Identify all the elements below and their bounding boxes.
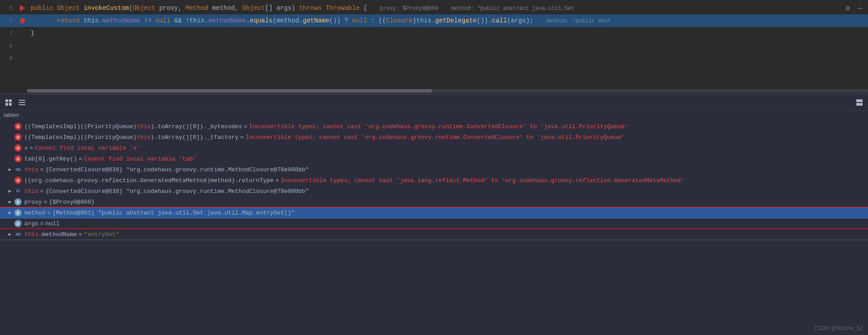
watermark: CSDN @NoOne_52 (814, 325, 863, 331)
variable-row-this-2[interactable]: ≡ this = {ConvertedClosure@838} "org.cod… (0, 186, 868, 197)
line-number-8: 8 (0, 43, 18, 49)
line-number-9: 9 (0, 55, 18, 62)
var-equals: = (30, 145, 33, 152)
code-content-6: return this.methodName != null && !this.… (27, 14, 864, 27)
oo-icon: oo (14, 231, 22, 238)
oo-icon: oo (14, 166, 22, 173)
code-line-7: 7 } (0, 27, 868, 40)
var-equals: = (275, 177, 279, 184)
expand-icon[interactable] (7, 232, 13, 237)
svg-rect-2 (5, 103, 8, 106)
var-value: {Method@861} "public abstract java.util.… (53, 210, 295, 216)
var-name: method (24, 210, 45, 216)
var-equals: = (79, 156, 82, 162)
code-content-7: } (27, 27, 864, 40)
var-name: ((TemplatesImpl)((PriorityQueue)this).to… (24, 123, 242, 130)
var-name: args (24, 220, 38, 227)
svg-rect-4 (19, 100, 25, 101)
panel-layout-button[interactable] (855, 98, 864, 107)
debug-toolbar (0, 94, 868, 111)
error-icon: ⊘ (14, 134, 22, 141)
var-equals: = (47, 210, 51, 216)
error-icon: ⊘ (14, 177, 22, 184)
var-value: Cannot find local variable 'x' (35, 145, 140, 152)
debug-panel: iables ⊘ ((TemplatesImpl)((PriorityQueue… (0, 94, 868, 335)
svg-rect-5 (19, 102, 25, 103)
var-name: this (24, 188, 38, 195)
variable-row-x[interactable]: ⊘ x = Cannot find local variable 'x' (0, 143, 868, 153)
watermark-text: CSDN @NoOne_52 (814, 325, 863, 331)
expand-icon[interactable] (7, 188, 13, 194)
var-equals: = (40, 166, 44, 173)
code-lines: 5 public Object invokeCustom(Object prox… (0, 0, 868, 67)
list-view-button[interactable] (17, 98, 27, 107)
variable-row-bytecodes[interactable]: ⊘ ((TemplatesImpl)((PriorityQueue)this).… (0, 121, 868, 132)
var-value: {ConvertedClosure@838} "org.codehaus.gro… (45, 188, 309, 195)
code-line-8: 8 (0, 40, 868, 52)
var-value: Cannot find local variable 'tab' (84, 156, 197, 162)
p-icon: p (14, 209, 22, 216)
toolbar-right (855, 98, 864, 107)
var-name: this (24, 166, 38, 173)
minimize-icon[interactable]: — (858, 4, 863, 13)
variable-row-method[interactable]: p method = {Method@861} "public abstract… (0, 207, 868, 218)
svg-rect-8 (856, 103, 863, 106)
code-line-6: 6 return this.methodName != null && !thi… (0, 14, 868, 27)
gutter-5 (18, 5, 27, 11)
var-value: {ConvertedClosure@838} "org.codehaus.gro… (45, 166, 309, 173)
svg-rect-6 (19, 104, 25, 105)
var-equals: = (244, 123, 247, 130)
variable-row-this-1[interactable]: oo this = {ConvertedClosure@838} "org.co… (0, 164, 868, 175)
error-icon: ⊘ (14, 144, 22, 152)
expand-icon[interactable] (7, 210, 13, 215)
grid-view-button[interactable] (4, 98, 13, 107)
code-editor: 5 public Object invokeCustom(Object prox… (0, 0, 868, 94)
breakpoint-arrow-icon (20, 5, 25, 11)
scrollbar-thumb[interactable] (27, 89, 432, 93)
var-value: "entrySet" (84, 231, 119, 238)
var-value: {$Proxy0@860} (49, 199, 94, 205)
var-value: Inconvertible types; cannot cast 'java.l… (281, 177, 684, 184)
p-icon: p (14, 220, 22, 227)
line-number-7: 7 (0, 30, 18, 37)
var-value: Inconvertible types; cannot cast 'org.co… (246, 134, 625, 141)
settings-icon[interactable]: ⚙ (846, 4, 850, 13)
breakpoint-icon (20, 18, 25, 23)
var-value: null (45, 220, 59, 227)
variable-row-returntype[interactable]: ⊘ ((org.codehaus.groovy.reflection.Gener… (0, 175, 868, 186)
error-icon: ⊘ (14, 155, 22, 162)
expand-icon[interactable] (7, 199, 13, 205)
variables-list[interactable]: ⊘ ((TemplatesImpl)((PriorityQueue)this).… (0, 119, 868, 335)
variable-row-methodname[interactable]: oo this.methodName = "entrySet" (0, 229, 868, 240)
var-name: ((TemplatesImpl)((PriorityQueue)this).to… (24, 134, 238, 141)
svg-rect-3 (9, 103, 12, 106)
var-name: tab[0].getKey() (24, 156, 77, 162)
variable-row-args[interactable]: p args = null (0, 218, 868, 229)
code-line-9: 9 (0, 52, 868, 65)
code-line-5: 5 public Object invokeCustom(Object prox… (0, 2, 868, 14)
svg-rect-7 (856, 99, 863, 102)
var-equals: = (44, 199, 47, 205)
scrollbar-track (27, 89, 868, 93)
var-equals: = (79, 231, 82, 238)
var-equals: = (240, 134, 244, 141)
line-number-6: 6 (0, 18, 18, 24)
code-content-5: public Object invokeCustom(Object proxy,… (27, 2, 864, 15)
svg-rect-1 (9, 99, 12, 102)
variable-row-tfactory[interactable]: ⊘ ((TemplatesImpl)((PriorityQueue)this).… (0, 132, 868, 143)
var-name: this.methodName (24, 231, 77, 238)
var-name: proxy (24, 199, 42, 205)
variable-row-proxy[interactable]: p proxy = {$Proxy0@860} (0, 197, 868, 207)
horizontal-scrollbar[interactable] (27, 89, 868, 93)
line-number-5: 5 (0, 5, 18, 12)
var-value: Inconvertible types; cannot cast 'org.co… (249, 123, 629, 130)
var-name: x (24, 145, 28, 152)
var-equals: = (40, 220, 44, 227)
gutter-6 (18, 18, 27, 23)
var-name: ((org.codehaus.groovy.reflection.Generat… (24, 177, 274, 184)
error-icon: ⊘ (14, 123, 22, 130)
svg-rect-0 (5, 99, 8, 102)
p-icon: p (14, 198, 22, 205)
variable-row-tab[interactable]: ⊘ tab[0].getKey() = Cannot find local va… (0, 153, 868, 164)
expand-icon[interactable] (7, 167, 13, 172)
